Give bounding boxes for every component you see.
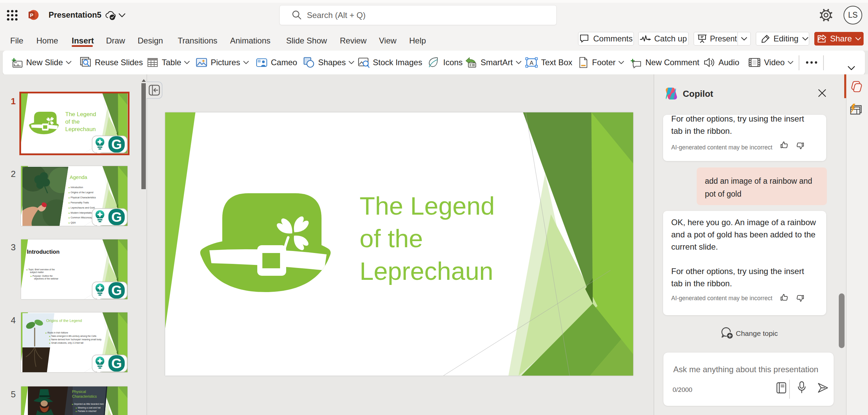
svg-text:P: P <box>30 12 33 18</box>
svg-text:A: A <box>530 60 534 66</box>
